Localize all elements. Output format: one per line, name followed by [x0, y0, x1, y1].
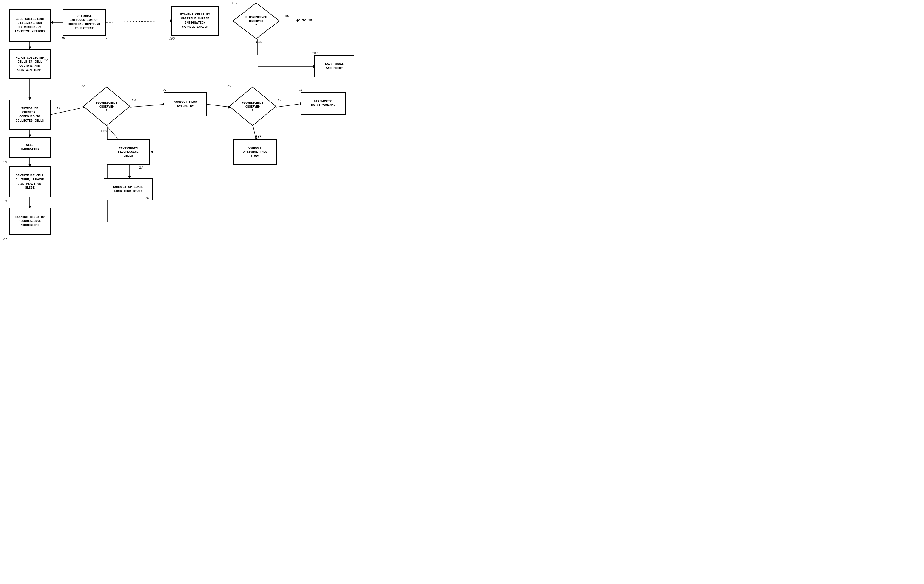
examine-variable-label: EXAMINE CELLS BY VARIABLE CHARGE INTEGRA…	[180, 13, 210, 29]
photograph-label: PHOTOGRAPH FLUORESCING CELLS	[118, 146, 139, 158]
introduce-chemical-label: INTRODUCE CHEMICAL COMPOUND TO COLLECTED…	[16, 107, 44, 123]
diagnosis-no-box: DIAGNOSIS: NO MALIGNANCY	[301, 92, 345, 115]
fluorescence-102-diamond: FLUORESCENCEOBSERVED?	[232, 2, 280, 40]
cell-collection-label: CELL COLLECTION UTILIZING NON OR MINIMAL…	[15, 17, 45, 34]
svg-line-18	[207, 104, 231, 107]
fluorescence-26-label: FLUORESCENCEOBSERVED?	[234, 101, 272, 112]
svg-line-4	[51, 107, 85, 115]
conduct-facs-box: CONDUCT OPTIONAL FACS STUDY	[233, 139, 277, 165]
svg-line-20	[276, 104, 302, 107]
centrifuge-label: CENTRIFUGE CELL CULTURE, REMOVE AND PLAC…	[16, 173, 44, 190]
diagnosis-no-label: DIAGNOSIS: NO MALIGNANCY	[311, 99, 335, 107]
label-25: 25	[162, 88, 166, 92]
label-23: 23	[139, 165, 143, 170]
svg-marker-33	[29, 135, 31, 137]
label-102: 102	[232, 1, 237, 6]
examine-fluorescence-label: EXAMINE CELLS BY FLUORESCENCE MICROSCOPE	[15, 215, 45, 228]
fluorescence-26-diamond: FLUORESCENCEOBSERVED?	[229, 86, 276, 127]
label-26: 26	[227, 84, 231, 89]
save-image-label: SAVE IMAGE AND PRINT	[325, 62, 344, 70]
no-22-label: NO	[132, 98, 135, 102]
optional-intro-label: OPTIONAL INTRODUCTION OF CHEMICAL COMPOU…	[68, 14, 100, 31]
no-26-label: NO	[277, 98, 282, 102]
label-18: 18	[3, 199, 7, 203]
save-image-box: SAVE IMAGE AND PRINT	[314, 55, 355, 78]
arrows-layer	[0, 0, 462, 292]
svg-marker-7	[51, 21, 53, 23]
label-11: 11	[106, 36, 109, 40]
yes-102-label: YES	[256, 40, 262, 44]
optional-intro-box: OPTIONAL INTRODUCTION OF CHEMICAL COMPOU…	[63, 9, 106, 36]
label-22: 22	[81, 84, 84, 89]
place-cells-label: PLACE COLLECTED CELLS IN CELL CULTURE AN…	[16, 56, 44, 73]
cell-incubation-label: CELL INCUBATION	[20, 143, 39, 151]
place-cells-box: PLACE COLLECTED CELLS IN CELL CULTURE AN…	[9, 49, 51, 79]
label-16: 16	[3, 160, 7, 165]
examine-variable-box: EXAMINE CELLS BY VARIABLE CHARGE INTEGRA…	[171, 6, 219, 36]
optional-long-label: CONDUCT OPTIONAL LONG TERM STUDY	[113, 185, 143, 193]
goto-25-label: GO TO 25	[296, 19, 312, 22]
conduct-flow-box: CONDUCT FLOW CYTOMETRY	[164, 92, 207, 116]
fluorescence-22-diamond: FLUORESCENCEOBSERVED?	[83, 86, 130, 127]
label-14: 14	[56, 106, 60, 110]
cell-collection-box: CELL COLLECTION UTILIZING NON OR MINIMAL…	[9, 9, 51, 42]
svg-marker-3	[29, 97, 31, 100]
svg-line-38	[106, 21, 173, 22]
cell-incubation-box: CELL INCUBATION	[9, 137, 51, 158]
label-100: 100	[169, 36, 175, 41]
label-12: 12	[44, 58, 48, 63]
centrifuge-box: CENTRIFUGE CELL CULTURE, REMOVE AND PLAC…	[9, 166, 51, 198]
svg-marker-27	[150, 151, 153, 153]
fluorescence-102-label: FLUORESCENCEOBSERVED?	[237, 15, 275, 27]
svg-line-24	[253, 127, 256, 140]
label-104: 104	[312, 51, 318, 56]
label-28: 28	[299, 88, 302, 92]
conduct-facs-label: CONDUCT OPTIONAL FACS STUDY	[243, 146, 267, 158]
flowchart: CELL COLLECTION UTILIZING NON OR MINIMAL…	[0, 0, 462, 292]
conduct-flow-label: CONDUCT FLOW CYTOMETRY	[174, 100, 197, 108]
svg-line-16	[130, 104, 165, 107]
photograph-box: PHOTOGRAPH FLUORESCING CELLS	[107, 139, 150, 165]
label-10: 10	[61, 36, 65, 40]
introduce-chemical-box: INTRODUCE CHEMICAL COMPOUND TO COLLECTED…	[9, 100, 51, 130]
svg-marker-1	[29, 47, 31, 49]
no-102-label: NO	[285, 14, 289, 18]
label-24: 24	[145, 196, 148, 200]
fluorescence-22-label: FLUORESCENCEOBSERVED?	[87, 101, 126, 112]
yes-26-label: YES	[256, 134, 262, 138]
examine-fluorescence-box: EXAMINE CELLS BY FLUORESCENCE MICROSCOPE	[9, 208, 51, 235]
yes-22-label: YES	[101, 130, 107, 133]
label-20: 20	[3, 237, 7, 241]
